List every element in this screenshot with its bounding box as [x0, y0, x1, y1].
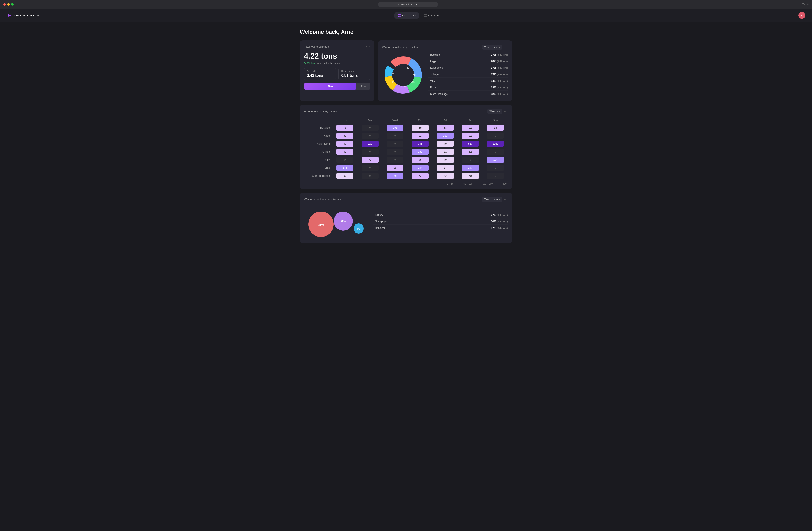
total-waste-more-button[interactable]: ···: [366, 45, 370, 48]
category-title: Waste breakdown by category: [304, 198, 341, 201]
scans-value-cell: 88: [433, 124, 458, 132]
legend-color-roskilde: [428, 53, 429, 56]
legend-kalundborg: Kalundborg 17% (3.42 tons): [428, 66, 508, 71]
non-recyclable-item: Non-recyclable 0.81 tons: [338, 68, 370, 80]
total-waste-title: Total waste scanned: [304, 45, 329, 48]
legend-drink-can: Drink can 17% (3.42 tons): [373, 226, 508, 231]
trend-text: compared to last week: [316, 62, 339, 64]
nav-locations[interactable]: Locations: [421, 13, 444, 19]
new-tab-button[interactable]: +: [807, 2, 809, 6]
minimize-button[interactable]: [7, 3, 10, 6]
scans-value-cell: 52: [332, 148, 358, 156]
scans-value-cell: 49: [433, 156, 458, 164]
maximize-button[interactable]: [11, 3, 14, 6]
table-row: Køge610052150520: [304, 132, 508, 140]
scans-value-cell: 50: [458, 172, 483, 180]
scans-period-label: Weekly: [490, 110, 498, 113]
scans-value-cell: 0: [358, 172, 383, 180]
logo-icon: [7, 13, 12, 18]
scans-controls: Weekly ▾ ···: [488, 109, 508, 114]
scans-value-cell: 0: [483, 132, 508, 140]
total-waste-amount: 4.22 tons: [304, 52, 370, 61]
category-card: Waste breakdown by category Year to date…: [300, 193, 512, 243]
svg-rect-3: [398, 16, 399, 17]
legend-jyllinge: Jyllinge 15% (3.42 tons): [428, 73, 508, 77]
category-legend: Battery 27% (3.42 tons) Newspaper 20% (3…: [373, 213, 508, 231]
svg-text:18%: 18%: [410, 81, 415, 84]
legend-pct-koge: 20%: [491, 60, 496, 63]
legend-name-store-heddinge: Store Heddinge: [430, 92, 448, 95]
url-input[interactable]: [378, 2, 437, 7]
progress-fill: 79%: [304, 83, 356, 90]
legend-pct-newspaper: 20%: [491, 220, 496, 223]
legend-tons-kalundborg: (3.42 tons): [497, 67, 508, 69]
scans-col-location: [304, 117, 332, 124]
scans-value-cell: 52: [408, 132, 433, 140]
table-row: Kalundborg537200705498201280: [304, 140, 508, 148]
svg-text:9%: 9%: [392, 80, 396, 83]
scans-value-cell: 88: [382, 164, 408, 172]
locations-icon: [424, 14, 427, 17]
logo: ARIS INSIGHTS: [7, 13, 39, 18]
scans-value-cell: 78: [408, 156, 433, 164]
traffic-lights: [3, 3, 14, 6]
scans-table-body: Roskilde79015239885298Køge610052150520Ka…: [304, 124, 508, 180]
breakdown-location-body: 14% 7% 18% 23% 9% 10% 19% Roskilde: [382, 53, 508, 97]
scans-value-cell: 0: [458, 156, 483, 164]
breakdown-location-card: Waste breakdown by location Year to date…: [378, 40, 512, 101]
breakdown-location-more-button[interactable]: ···: [504, 45, 508, 49]
scans-col-tue: Tue: [358, 117, 383, 124]
scans-value-cell: 79: [332, 124, 358, 132]
category-more-button[interactable]: ···: [504, 197, 508, 201]
svg-text:10%: 10%: [390, 72, 394, 75]
logo-text: ARIS INSIGHTS: [14, 14, 39, 17]
legend-pct-ferns: 12%: [491, 86, 496, 89]
legend-100-200: 100 – 200: [476, 182, 493, 185]
app-header: ARIS INSIGHTS Dashboard Locations A: [0, 9, 812, 22]
scans-col-mon: Mon: [332, 117, 358, 124]
scans-value-cell: 61: [332, 132, 358, 140]
dashboard-icon: [398, 14, 401, 17]
nav-dashboard[interactable]: Dashboard: [394, 13, 419, 19]
legend-battery: Battery 27% (3.42 tons): [373, 213, 508, 218]
scans-value-cell: 0: [483, 172, 508, 180]
breakdown-location-title: Waste breakdown by location: [382, 46, 418, 49]
table-row: Viby079078490104: [304, 156, 508, 164]
close-button[interactable]: [3, 3, 6, 6]
scans-value-cell: 0: [358, 148, 383, 156]
scans-value-cell: 32: [433, 172, 458, 180]
scans-chevron-down-icon: ▾: [499, 110, 500, 113]
scans-location-cell: Jyllinge: [304, 148, 332, 156]
category-period-dropdown[interactable]: Year to date ▾: [482, 197, 502, 202]
legend-tons-koge: (3.42 tons): [497, 60, 508, 62]
scans-col-sun: Sun: [483, 117, 508, 124]
legend-tons-roskilde: (3.42 tons): [497, 54, 508, 56]
scans-more-button[interactable]: ···: [504, 109, 508, 113]
svg-rect-1: [398, 14, 399, 15]
welcome-heading: Welcome back, Arne: [300, 29, 512, 35]
period-dropdown[interactable]: Year to date ▾: [482, 45, 502, 50]
scans-period-dropdown[interactable]: Weekly ▾: [488, 109, 502, 114]
scans-value-cell: 1280: [483, 140, 508, 148]
legend-tons-ferns: (3.42 tons): [497, 86, 508, 89]
svg-text:14%: 14%: [407, 67, 411, 70]
scans-col-thu: Thu: [408, 117, 433, 124]
table-row: Roskilde79015239885298: [304, 124, 508, 132]
top-row: Total waste scanned ··· 4.22 tons ↘ 4% l…: [300, 40, 512, 101]
bubble-chart: 33% 20% 6%: [304, 205, 367, 239]
scans-value-cell: 0: [382, 148, 408, 156]
legend-name-koge: Køge: [430, 60, 436, 63]
scans-value-cell: 197: [458, 164, 483, 172]
progress-rest: 21%: [356, 85, 370, 88]
scans-value-cell: 175: [332, 164, 358, 172]
legend-newspaper: Newspaper 20% (3.42 tons): [373, 220, 508, 225]
recyclable-item: Recyclable 3.42 tons: [304, 68, 336, 80]
reload-button[interactable]: ↻: [802, 2, 805, 6]
legend-500plus: 500+: [496, 182, 508, 185]
svg-text:19%: 19%: [395, 64, 400, 66]
table-row: Ferns175088104341970: [304, 164, 508, 172]
avatar[interactable]: A: [798, 12, 805, 19]
scans-value-cell: 31: [433, 148, 458, 156]
category-chevron-down-icon: ▾: [499, 198, 500, 201]
svg-text:7%: 7%: [412, 74, 416, 76]
